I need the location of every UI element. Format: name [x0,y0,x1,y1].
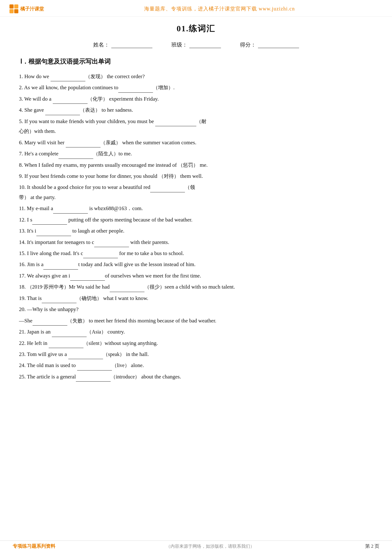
logo-sq4 [14,9,18,13]
name-label: 姓名： [93,41,109,48]
name-input[interactable] [111,42,152,48]
q5-blank[interactable] [155,121,196,126]
form-row: 姓名： 班级： 得分： [19,41,373,48]
question-1: 1. How do we （发现） the correct order? [19,72,373,81]
q17-blank[interactable] [70,275,105,281]
question-25: 25. The article is a general（introduce） … [19,372,373,382]
question-19: 19. That is（确切地） what I want to know. [19,293,373,303]
question-24: 24. The old man is used to （live） alone. [19,360,373,370]
q23-blank[interactable] [68,353,103,359]
question-5: 5. If you want to make friends with your… [19,116,373,136]
class-input[interactable] [189,42,221,48]
score-input[interactable] [258,42,299,48]
question-7: 7. He's a complete（陌生人）to me. [19,149,373,159]
score-label: 得分： [240,41,256,48]
question-16: 16. Jim is at today and Jack will give u… [19,259,373,269]
q14-blank[interactable] [94,241,129,247]
q24-blank[interactable] [77,365,112,371]
header: 橘子汁课堂 海量题库、专项训练，进入橘子汁课堂官网下载 www.juzizhi.… [0,0,392,17]
question-11: 11. My e-mail a is wbzx688@163．com. [19,203,373,213]
q16-blank[interactable] [43,264,78,270]
q13-blank[interactable] [36,230,71,236]
logo-sq2 [14,4,18,9]
q12-blank[interactable] [32,219,67,225]
logo-sq1 [9,4,14,9]
question-15: 15. I live along the road. It's c for me… [19,248,373,258]
q2-blank[interactable] [118,87,153,93]
q21-blank[interactable] [52,331,87,337]
question-8: 8. When I failed my exams, my parents us… [19,160,373,170]
q20-blank[interactable] [33,320,67,326]
question-22: 22. He left in （silent）without saying an… [19,338,373,348]
class-field: 班级： [171,41,221,48]
main-content: 01.练词汇 姓名： 班级： 得分： Ⅰ．根据句意及汉语提示写出单词 1. Ho… [0,17,392,402]
questions-list: 1. How do we （发现） the correct order? 2. … [19,72,373,382]
question-2: 2. As we all know, the population contin… [19,83,373,92]
question-14: 14. It's important for teenagers to c wi… [19,237,373,247]
question-23: 23. Tom will give us a （speak） in the ha… [19,349,373,359]
question-9: 9. If your best friends come to your hom… [19,171,373,181]
question-3: 3. We will do a （化学） experiment this Fri… [19,94,373,104]
page-title: 01.练词汇 [19,23,373,34]
footer: 专项练习题系列资料 （内容来源于网络，如涉版权，请联系我们） 第 2 页 [0,540,392,549]
class-label: 班级： [171,41,187,48]
question-12: 12. I s putting off the sports meeting b… [19,215,373,225]
score-field: 得分： [240,41,299,48]
q11-blank[interactable] [53,208,88,214]
logo-sq3 [9,9,14,13]
logo-text: 橘子汁课堂 [20,6,44,12]
footer-center: （内容来源于网络，如涉版权，请联系我们） [166,544,254,549]
question-13: 13. It's i to laugh at other people. [19,226,373,236]
q18-blank[interactable] [110,286,144,292]
logo: 橘子汁课堂 [9,4,44,13]
name-field: 姓名： [93,41,152,48]
q1-num: 1. How do we [19,73,51,79]
question-4: 4. She gave （表达） to her sadness. [19,105,373,115]
q1-blank[interactable] [51,76,85,81]
q25-blank[interactable] [76,376,111,382]
question-18: 18. （2019·苏州中考）Mr Wu said he had（很少）seen… [19,282,373,292]
question-6: 6. Mary will visit her （亲戚） when the sum… [19,138,373,147]
footer-left: 专项练习题系列资料 [13,543,55,549]
question-20b: —She（失败） to meet her friend this morning… [19,316,373,326]
q6-blank[interactable] [66,142,101,147]
footer-right: 第 2 页 [365,543,379,549]
question-21: 21. Japan is an （Asia） country. [19,327,373,337]
question-20: 20. —Why is she unhappy? [19,304,373,314]
logo-icon [9,4,18,13]
q3-blank[interactable] [53,98,88,104]
question-17: 17. We always give an iof ourselves when… [19,271,373,281]
section-title: Ⅰ．根据句意及汉语提示写出单词 [19,57,373,66]
q15-blank[interactable] [83,253,118,258]
q7-blank[interactable] [58,153,93,159]
q10-blank[interactable] [150,187,185,192]
q4-blank[interactable] [45,109,80,115]
q19-blank[interactable] [42,297,77,303]
question-10: 10. It should be a good choice for you t… [19,182,373,202]
q22-blank[interactable] [49,342,83,348]
header-slogan: 海量题库、专项训练，进入橘子汁课堂官网下载 www.juzizhi.cn [57,6,383,12]
